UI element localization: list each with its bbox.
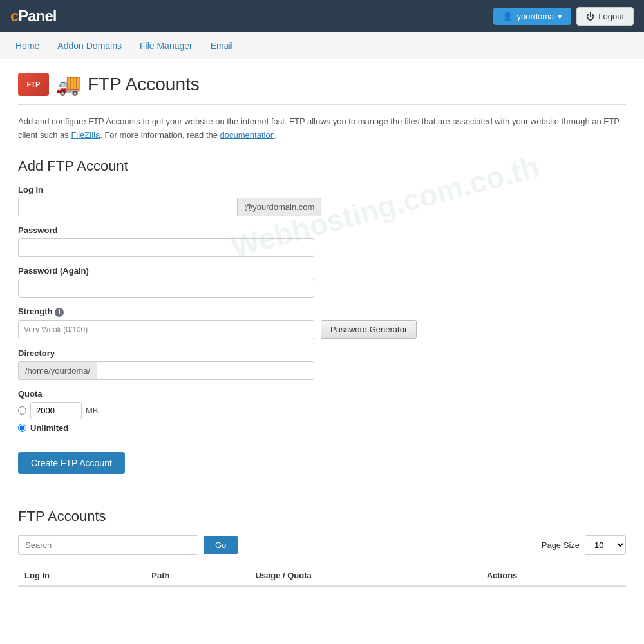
directory-row: /home/yourdoma/: [18, 361, 314, 380]
login-input-row: @yourdomain.com: [18, 198, 626, 216]
top-navbar: cPanel 👤 yourdoma ▾ ⏻ Logout: [0, 0, 644, 32]
col-usage: Usage / Quota: [249, 565, 480, 586]
strength-text: Very Weak (0/100): [24, 325, 88, 334]
quota-group: Quota MB Unlimited: [18, 389, 626, 433]
page-title-row: FTP 🚚 FTP Accounts: [18, 72, 626, 105]
top-nav-right: 👤 yourdoma ▾ ⏻ Logout: [493, 7, 634, 26]
strength-row: Very Weak (0/100) Password Generator: [18, 320, 626, 339]
user-icon: 👤: [502, 12, 513, 21]
login-input[interactable]: [18, 198, 237, 216]
quota-unit: MB: [86, 406, 99, 415]
quota-radio-unlimited[interactable]: [18, 424, 26, 432]
ftp-accounts-heading: FTP Accounts: [18, 508, 626, 525]
directory-input[interactable]: [97, 361, 314, 380]
quota-value-input[interactable]: [30, 402, 82, 419]
quota-radio-mb[interactable]: [18, 406, 26, 415]
cpanel-logo: cPanel: [10, 7, 56, 25]
go-button[interactable]: Go: [204, 536, 238, 554]
nav-addon-domains[interactable]: Addon Domains: [55, 33, 124, 59]
truck-emoji: 🚚: [55, 72, 81, 97]
search-input[interactable]: [18, 535, 198, 555]
search-row: Go Page Size 10 25 50 100: [18, 535, 626, 555]
page-size-label: Page Size: [542, 540, 580, 550]
login-group: Log In @yourdomain.com: [18, 185, 626, 216]
docs-link[interactable]: documentation: [220, 130, 275, 140]
create-ftp-button[interactable]: Create FTP Account: [18, 452, 125, 474]
col-actions: Actions: [480, 565, 626, 586]
user-menu-button[interactable]: 👤 yourdoma ▾: [493, 8, 571, 25]
nav-home[interactable]: Home: [13, 33, 42, 59]
password-input[interactable]: [18, 238, 314, 257]
strength-info-icon[interactable]: i: [55, 308, 64, 317]
nav-file-manager[interactable]: File Manager: [137, 33, 195, 59]
strength-group: Strength i Very Weak (0/100) Password Ge…: [18, 307, 626, 339]
ftp-icon: FTP: [18, 73, 49, 96]
page-size-row: Page Size 10 25 50 100: [542, 535, 626, 555]
directory-prefix: /home/yourdoma/: [18, 361, 97, 380]
password-again-input[interactable]: [18, 279, 314, 298]
domain-suffix: @yourdomain.com: [237, 198, 321, 216]
add-ftp-heading: Add FTP Account: [18, 158, 626, 175]
quota-row: MB Unlimited: [18, 402, 626, 433]
password-again-label: Password (Again): [18, 266, 626, 276]
col-login: Log In: [18, 565, 145, 586]
strength-bar: Very Weak (0/100): [18, 320, 314, 339]
ftp-icon-label: FTP: [27, 80, 41, 88]
main-content: Webhosting.com.co.th FTP 🚚 FTP Accounts …: [0, 59, 644, 600]
filezilla-link[interactable]: FileZilla: [71, 130, 100, 140]
logout-button[interactable]: ⏻ Logout: [576, 7, 634, 26]
dropdown-arrow-icon: ▾: [558, 12, 562, 21]
accounts-table: Log In Path Usage / Quota Actions: [18, 565, 626, 587]
col-path: Path: [145, 565, 249, 586]
password-again-group: Password (Again): [18, 266, 626, 298]
password-label: Password: [18, 225, 626, 235]
strength-label: Strength i: [18, 307, 626, 317]
logout-label: Logout: [598, 12, 624, 21]
password-generator-button[interactable]: Password Generator: [321, 320, 417, 339]
page-title: FTP Accounts: [88, 74, 200, 95]
page-size-select[interactable]: 10 25 50 100: [585, 535, 626, 555]
quota-label: Quota: [18, 389, 626, 399]
unlimited-label: Unlimited: [30, 423, 68, 433]
password-group: Password: [18, 225, 626, 257]
username-label: yourdoma: [516, 12, 554, 21]
login-label: Log In: [18, 185, 626, 194]
quota-mb-row: MB: [18, 402, 626, 419]
logout-icon: ⏻: [586, 12, 594, 21]
ftp-accounts-section: FTP Accounts Go Page Size 10 25 50 100 L…: [18, 495, 626, 587]
page-description: Add and configure FTP Accounts to get yo…: [18, 115, 626, 142]
secondary-nav: Home Addon Domains File Manager Email: [0, 32, 644, 59]
directory-label: Directory: [18, 348, 626, 358]
directory-group: Directory /home/yourdoma/: [18, 348, 626, 380]
quota-unlimited-row: Unlimited: [18, 423, 626, 433]
nav-email[interactable]: Email: [208, 33, 236, 59]
